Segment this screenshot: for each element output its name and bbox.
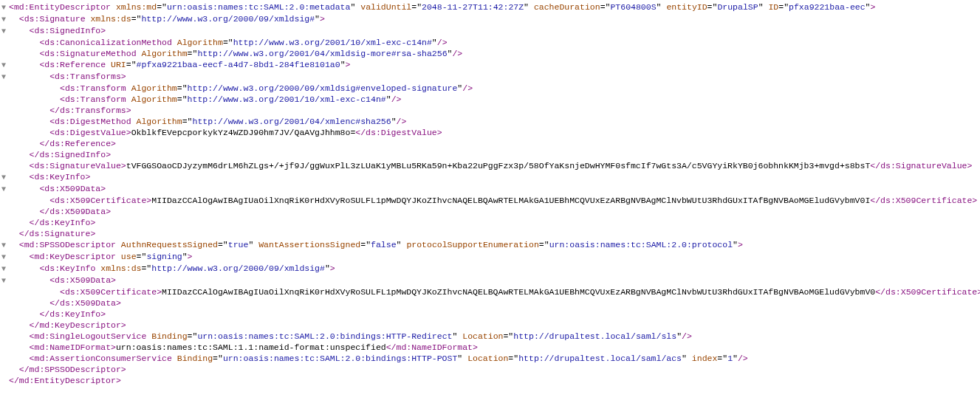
xml-line: <ds:DigestValue>OkblkfEVepcporkykYz4WZDJ… xyxy=(1,127,980,138)
xml-line: ▼ <ds:X509Data> xyxy=(1,183,980,195)
xml-line: <ds:X509Certificate>MIIDazCCAlOgAwIBAgIU… xyxy=(1,195,980,206)
xml-line: </ds:X509Data> xyxy=(1,206,980,217)
xml-line: </md:KeyDescriptor> xyxy=(1,320,980,331)
xml-line: </md:EntityDescriptor> xyxy=(1,375,980,386)
xml-line: ▼ <ds:X509Data> xyxy=(1,275,980,286)
xml-line: <ds:SignatureMethod Algorithm="http://ww… xyxy=(1,48,980,59)
xml-line: ▼ <ds:SignedInfo> xyxy=(1,25,980,37)
xml-line: ▼ <md:SPSSODescriptor AuthnRequestsSigne… xyxy=(1,239,980,251)
xml-line: ▼ <ds:Signature xmlns:ds="http://www.w3.… xyxy=(1,13,980,25)
xml-line: <md:SingleLogoutService Binding="urn:oas… xyxy=(1,331,980,342)
collapse-toggle[interactable]: ▼ xyxy=(1,240,9,251)
xml-line: <ds:CanonicalizationMethod Algorithm="ht… xyxy=(1,37,980,48)
collapse-toggle[interactable]: ▼ xyxy=(1,264,9,275)
xml-line: </ds:Reference> xyxy=(1,138,980,149)
collapse-toggle[interactable]: ▼ xyxy=(1,14,9,25)
xml-line: <ds:SignatureValue>tVFGGSOaoCDJyzymM6drL… xyxy=(1,160,980,171)
xml-line: </md:SPSSODescriptor> xyxy=(1,364,980,375)
xml-line: ▼<md:EntityDescriptor xmlns:md="urn:oasi… xyxy=(1,1,980,13)
collapse-toggle[interactable]: ▼ xyxy=(1,60,9,71)
collapse-toggle[interactable]: ▼ xyxy=(1,184,9,195)
xml-line: </ds:Signature> xyxy=(1,228,980,239)
collapse-toggle[interactable]: ▼ xyxy=(1,275,9,286)
xml-line: <md:AssertionConsumerService Binding="ur… xyxy=(1,353,980,364)
xml-tree: ▼<md:EntityDescriptor xmlns:md="urn:oasi… xyxy=(1,1,980,386)
xml-line: <ds:DigestMethod Algorithm="http://www.w… xyxy=(1,116,980,127)
xml-line: ▼ <ds:Reference URI="#pfxa9221baa-eecf-a… xyxy=(1,59,980,71)
xml-line: <ds:Transform Algorithm="http://www.w3.o… xyxy=(1,94,980,105)
xml-line: ▼ <ds:Transforms> xyxy=(1,71,980,83)
xml-line: <md:NameIDFormat>urn:oasis:names:tc:SAML… xyxy=(1,342,980,353)
collapse-toggle[interactable]: ▼ xyxy=(1,26,9,37)
collapse-toggle[interactable]: ▼ xyxy=(1,2,9,13)
xml-line: </ds:SignedInfo> xyxy=(1,149,980,160)
collapse-toggle[interactable]: ▼ xyxy=(1,252,9,263)
xml-line: </ds:Transforms> xyxy=(1,105,980,116)
xml-line: ▼ <ds:KeyInfo> xyxy=(1,171,980,183)
collapse-toggle[interactable]: ▼ xyxy=(1,172,9,183)
xml-line: </ds:KeyInfo> xyxy=(1,309,980,320)
xml-line: </ds:X509Data> xyxy=(1,297,980,309)
xml-line: ▼ <md:KeyDescriptor use="signing"> xyxy=(1,251,980,263)
xml-line: ▼ <ds:KeyInfo xmlns:ds="http://www.w3.or… xyxy=(1,263,980,275)
xml-line: <ds:X509Certificate>MIIDazCCAlOgAwIBAgIU… xyxy=(1,286,980,297)
xml-line: <ds:Transform Algorithm="http://www.w3.o… xyxy=(1,83,980,94)
collapse-toggle[interactable]: ▼ xyxy=(1,72,9,83)
xml-line: </ds:KeyInfo> xyxy=(1,217,980,228)
